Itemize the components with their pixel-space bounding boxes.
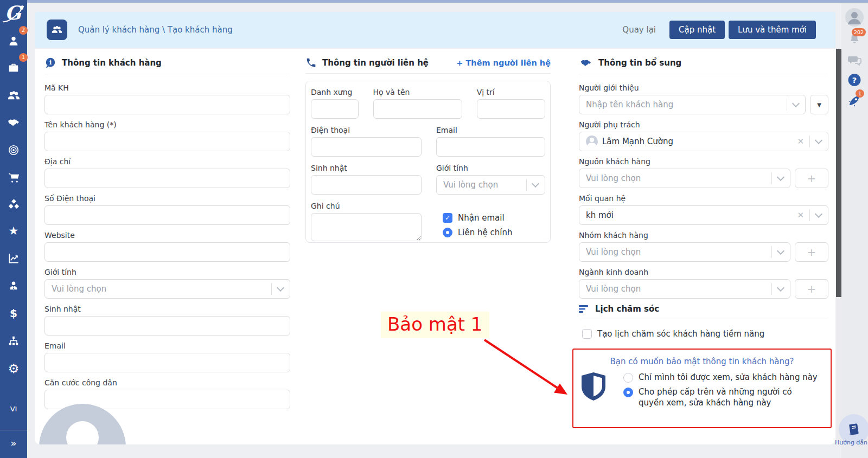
breadcrumb: Quản lý khách hàng \ Tạo khách hàng xyxy=(78,25,233,35)
sidebar-item-contacts[interactable]: 2 xyxy=(2,30,25,51)
primary-contact-label: Liên hệ chính xyxy=(458,228,512,237)
contact-fullname-input[interactable] xyxy=(373,99,462,119)
select-placeholder: Nhập tên khách hàng xyxy=(586,100,787,109)
sidebar-item-targets[interactable] xyxy=(2,139,25,161)
sidebar-item-reports[interactable] xyxy=(2,247,25,269)
relationship-select[interactable]: kh mới ✕ xyxy=(579,205,828,225)
shared-radio-label: Cho phép cấp trên và những người có quyề… xyxy=(639,386,818,408)
clear-icon[interactable]: ✕ xyxy=(797,137,804,146)
user-tie-icon xyxy=(8,280,20,292)
contact-phone-input[interactable] xyxy=(311,137,422,157)
customer-info-header: i Thông tin khách hàng xyxy=(44,57,290,74)
industry-select[interactable]: Vui lòng chọn xyxy=(579,279,790,299)
language-toggle[interactable]: VI xyxy=(0,405,27,413)
guide-label: Hướng dẫn xyxy=(834,439,868,446)
back-link[interactable]: Quay lại xyxy=(622,25,656,35)
profile-avatar[interactable] xyxy=(845,8,864,29)
sidebar-item-customers[interactable] xyxy=(2,85,25,106)
receive-email-checkbox[interactable]: ✓ xyxy=(443,213,452,223)
primary-contact-radio[interactable] xyxy=(443,228,452,237)
top-strip xyxy=(27,0,868,3)
chevron-down-icon xyxy=(815,210,822,218)
customer-avatar-placeholder[interactable] xyxy=(38,403,127,444)
sidebar-item-org[interactable] xyxy=(2,330,25,352)
cart-icon xyxy=(8,171,20,184)
contact-birthday-input[interactable] xyxy=(311,175,422,195)
svg-text:i: i xyxy=(49,59,52,66)
address-input[interactable] xyxy=(44,169,290,188)
gender-select[interactable]: Vui lòng chọn xyxy=(44,279,290,299)
note-textarea[interactable] xyxy=(311,213,422,241)
sidebar-item-employees[interactable] xyxy=(2,275,25,296)
logo-orbit-icon xyxy=(0,1,27,29)
chevron-down-icon xyxy=(777,173,784,181)
select-placeholder: Vui lòng chọn xyxy=(586,247,771,257)
phone-icon xyxy=(305,57,317,68)
care-schedule-header: Lịch chăm sóc xyxy=(579,304,828,319)
app-logo[interactable]: G xyxy=(0,1,27,29)
section-title: Thông tin người liên hệ xyxy=(322,58,429,68)
sidebar-item-sales[interactable] xyxy=(2,166,25,188)
add-source-button[interactable]: + xyxy=(795,169,828,188)
field-label: Nhóm khách hàng xyxy=(579,230,828,240)
customer-code-input[interactable] xyxy=(44,95,290,114)
jobs-badge: 1 xyxy=(19,53,28,62)
assignee-select[interactable]: Lâm Mạnh Cường ✕ xyxy=(579,132,828,151)
handshake-icon xyxy=(7,116,20,129)
select-divider xyxy=(771,172,772,184)
contact-email-input[interactable] xyxy=(436,137,545,157)
chat-button[interactable] xyxy=(847,54,861,69)
customer-name-input[interactable] xyxy=(44,132,290,151)
position-input[interactable] xyxy=(477,99,545,119)
select-placeholder: Vui lòng chọn xyxy=(586,173,771,183)
sidebar-item-jobs[interactable]: 1 xyxy=(2,57,25,79)
right-rail: 202 ? 1 xyxy=(841,3,868,458)
group-select[interactable]: Vui lòng chọn xyxy=(579,242,790,262)
field-label: Nguồn khách hàng xyxy=(579,157,828,166)
plus-icon: + xyxy=(807,246,816,259)
notifications-button[interactable]: 202 xyxy=(847,33,861,49)
update-button[interactable]: Cập nhật xyxy=(669,21,725,39)
contacts-badge: 2 xyxy=(19,26,28,35)
vertical-scrollbar[interactable] xyxy=(836,49,841,444)
clear-icon[interactable]: ✕ xyxy=(797,210,804,220)
add-group-button[interactable]: + xyxy=(795,242,828,262)
sidebar-item-settings[interactable]: ⚙ xyxy=(2,358,25,379)
add-industry-button[interactable]: + xyxy=(795,279,828,299)
plus-icon: + xyxy=(807,172,816,185)
private-radio[interactable] xyxy=(623,373,633,383)
shared-radio[interactable] xyxy=(623,388,633,397)
field-label: Địa chỉ xyxy=(44,157,290,166)
referrer-combobox[interactable]: Nhập tên khách hàng xyxy=(579,95,806,114)
select-placeholder: Vui lòng chọn xyxy=(586,284,771,294)
security-option-private[interactable]: Chỉ mình tôi được xem, sửa khách hàng nà… xyxy=(623,372,818,383)
sidebar-collapse-button[interactable]: » xyxy=(0,435,27,451)
contact-card: Danh xưng Họ và tên Vị trí Điện thoại Em… xyxy=(305,81,551,243)
sidebar-item-finance[interactable]: $ xyxy=(2,302,25,324)
sidebar-item-products[interactable] xyxy=(2,193,25,215)
salutation-input[interactable] xyxy=(311,99,359,119)
customer-info-section: i Thông tin khách hàng Mã KH Tên khách h… xyxy=(44,57,290,415)
care-schedule-label: Tạo lịch chăm sóc khách hàng tiềm năng xyxy=(597,329,764,339)
scrollbar-thumb[interactable] xyxy=(836,49,841,297)
field-label: Điện thoại xyxy=(311,125,422,135)
save-and-new-button[interactable]: Lưu và thêm mới xyxy=(729,21,816,39)
website-input[interactable] xyxy=(44,242,290,262)
contact-gender-select[interactable]: Vui lòng chọn xyxy=(436,175,545,195)
chat-icon xyxy=(847,54,861,67)
source-select[interactable]: Vui lòng chọn xyxy=(579,169,790,188)
birthday-input[interactable] xyxy=(44,316,290,336)
phone-input[interactable] xyxy=(44,205,290,225)
sidebar-item-deals[interactable] xyxy=(2,112,25,133)
security-option-shared[interactable]: Cho phép cấp trên và những người có quyề… xyxy=(623,386,818,408)
add-contact-link[interactable]: + Thêm người liên hệ xyxy=(456,59,551,67)
referrer-dropdown-button[interactable]: ▼ xyxy=(810,95,828,114)
sidebar-item-favorites[interactable]: ★ xyxy=(2,220,25,242)
annotation-bao-mat-1: Bảo mật 1 xyxy=(381,312,489,338)
whats-new-button[interactable]: 1 xyxy=(847,93,862,110)
chevron-down-icon xyxy=(277,284,284,292)
email-input[interactable] xyxy=(44,353,290,372)
chart-line-icon xyxy=(8,252,20,265)
help-button[interactable]: ? xyxy=(848,73,861,89)
care-schedule-checkbox[interactable] xyxy=(582,329,592,339)
